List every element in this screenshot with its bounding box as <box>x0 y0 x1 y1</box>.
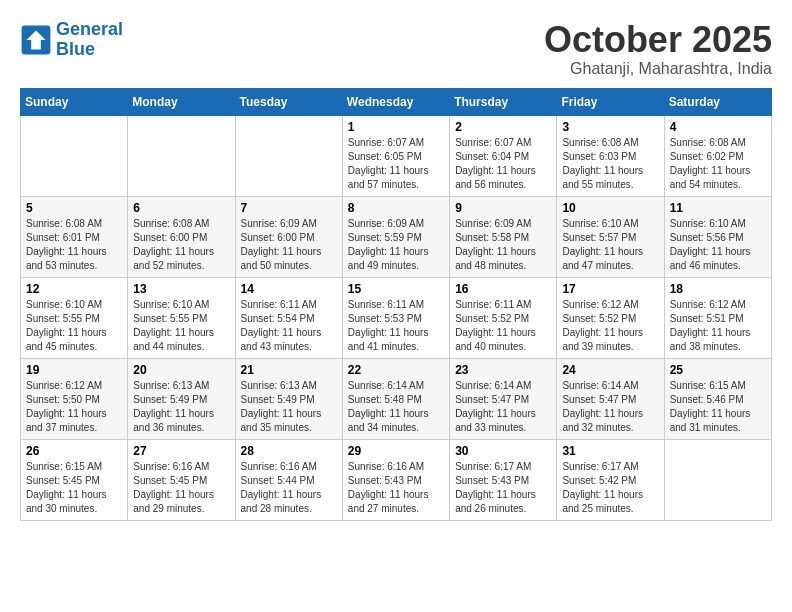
day-number: 18 <box>670 282 766 296</box>
day-number: 31 <box>562 444 658 458</box>
calendar-cell <box>664 439 771 520</box>
weekday-header-sunday: Sunday <box>21 88 128 115</box>
day-info: Sunrise: 6:07 AM Sunset: 6:04 PM Dayligh… <box>455 136 551 192</box>
calendar-week-row: 19Sunrise: 6:12 AM Sunset: 5:50 PM Dayli… <box>21 358 772 439</box>
day-info: Sunrise: 6:15 AM Sunset: 5:45 PM Dayligh… <box>26 460 122 516</box>
calendar-cell: 23Sunrise: 6:14 AM Sunset: 5:47 PM Dayli… <box>450 358 557 439</box>
day-number: 6 <box>133 201 229 215</box>
calendar-table: SundayMondayTuesdayWednesdayThursdayFrid… <box>20 88 772 521</box>
day-info: Sunrise: 6:08 AM Sunset: 6:00 PM Dayligh… <box>133 217 229 273</box>
calendar-cell: 25Sunrise: 6:15 AM Sunset: 5:46 PM Dayli… <box>664 358 771 439</box>
calendar-cell: 10Sunrise: 6:10 AM Sunset: 5:57 PM Dayli… <box>557 196 664 277</box>
calendar-cell: 30Sunrise: 6:17 AM Sunset: 5:43 PM Dayli… <box>450 439 557 520</box>
calendar-cell: 2Sunrise: 6:07 AM Sunset: 6:04 PM Daylig… <box>450 115 557 196</box>
calendar-cell: 5Sunrise: 6:08 AM Sunset: 6:01 PM Daylig… <box>21 196 128 277</box>
calendar-cell: 9Sunrise: 6:09 AM Sunset: 5:58 PM Daylig… <box>450 196 557 277</box>
day-number: 23 <box>455 363 551 377</box>
day-info: Sunrise: 6:09 AM Sunset: 6:00 PM Dayligh… <box>241 217 337 273</box>
day-info: Sunrise: 6:14 AM Sunset: 5:47 PM Dayligh… <box>562 379 658 435</box>
calendar-week-row: 5Sunrise: 6:08 AM Sunset: 6:01 PM Daylig… <box>21 196 772 277</box>
calendar-cell <box>235 115 342 196</box>
calendar-cell: 21Sunrise: 6:13 AM Sunset: 5:49 PM Dayli… <box>235 358 342 439</box>
weekday-header-saturday: Saturday <box>664 88 771 115</box>
day-number: 7 <box>241 201 337 215</box>
day-info: Sunrise: 6:14 AM Sunset: 5:48 PM Dayligh… <box>348 379 444 435</box>
calendar-cell <box>128 115 235 196</box>
day-number: 19 <box>26 363 122 377</box>
day-number: 20 <box>133 363 229 377</box>
day-number: 15 <box>348 282 444 296</box>
day-number: 11 <box>670 201 766 215</box>
day-info: Sunrise: 6:13 AM Sunset: 5:49 PM Dayligh… <box>241 379 337 435</box>
calendar-cell: 18Sunrise: 6:12 AM Sunset: 5:51 PM Dayli… <box>664 277 771 358</box>
weekday-header-friday: Friday <box>557 88 664 115</box>
day-info: Sunrise: 6:12 AM Sunset: 5:52 PM Dayligh… <box>562 298 658 354</box>
page-header: General Blue October 2025 Ghatanji, Maha… <box>20 20 772 78</box>
calendar-cell: 3Sunrise: 6:08 AM Sunset: 6:03 PM Daylig… <box>557 115 664 196</box>
calendar-cell: 27Sunrise: 6:16 AM Sunset: 5:45 PM Dayli… <box>128 439 235 520</box>
weekday-header-tuesday: Tuesday <box>235 88 342 115</box>
calendar-cell: 28Sunrise: 6:16 AM Sunset: 5:44 PM Dayli… <box>235 439 342 520</box>
day-number: 5 <box>26 201 122 215</box>
day-number: 2 <box>455 120 551 134</box>
calendar-cell: 8Sunrise: 6:09 AM Sunset: 5:59 PM Daylig… <box>342 196 449 277</box>
day-number: 1 <box>348 120 444 134</box>
day-info: Sunrise: 6:16 AM Sunset: 5:43 PM Dayligh… <box>348 460 444 516</box>
calendar-cell: 14Sunrise: 6:11 AM Sunset: 5:54 PM Dayli… <box>235 277 342 358</box>
day-info: Sunrise: 6:15 AM Sunset: 5:46 PM Dayligh… <box>670 379 766 435</box>
day-number: 13 <box>133 282 229 296</box>
day-info: Sunrise: 6:12 AM Sunset: 5:51 PM Dayligh… <box>670 298 766 354</box>
calendar-cell: 13Sunrise: 6:10 AM Sunset: 5:55 PM Dayli… <box>128 277 235 358</box>
day-number: 29 <box>348 444 444 458</box>
day-number: 21 <box>241 363 337 377</box>
day-number: 16 <box>455 282 551 296</box>
day-info: Sunrise: 6:11 AM Sunset: 5:54 PM Dayligh… <box>241 298 337 354</box>
day-number: 8 <box>348 201 444 215</box>
day-number: 4 <box>670 120 766 134</box>
day-info: Sunrise: 6:17 AM Sunset: 5:43 PM Dayligh… <box>455 460 551 516</box>
calendar-cell: 11Sunrise: 6:10 AM Sunset: 5:56 PM Dayli… <box>664 196 771 277</box>
day-number: 3 <box>562 120 658 134</box>
calendar-cell: 12Sunrise: 6:10 AM Sunset: 5:55 PM Dayli… <box>21 277 128 358</box>
day-info: Sunrise: 6:10 AM Sunset: 5:56 PM Dayligh… <box>670 217 766 273</box>
day-number: 12 <box>26 282 122 296</box>
day-info: Sunrise: 6:08 AM Sunset: 6:02 PM Dayligh… <box>670 136 766 192</box>
location-title: Ghatanji, Maharashtra, India <box>544 60 772 78</box>
calendar-cell: 16Sunrise: 6:11 AM Sunset: 5:52 PM Dayli… <box>450 277 557 358</box>
calendar-cell: 4Sunrise: 6:08 AM Sunset: 6:02 PM Daylig… <box>664 115 771 196</box>
day-number: 10 <box>562 201 658 215</box>
day-number: 26 <box>26 444 122 458</box>
day-info: Sunrise: 6:11 AM Sunset: 5:53 PM Dayligh… <box>348 298 444 354</box>
day-info: Sunrise: 6:13 AM Sunset: 5:49 PM Dayligh… <box>133 379 229 435</box>
title-block: October 2025 Ghatanji, Maharashtra, Indi… <box>544 20 772 78</box>
calendar-week-row: 26Sunrise: 6:15 AM Sunset: 5:45 PM Dayli… <box>21 439 772 520</box>
day-info: Sunrise: 6:16 AM Sunset: 5:45 PM Dayligh… <box>133 460 229 516</box>
weekday-header-monday: Monday <box>128 88 235 115</box>
calendar-week-row: 12Sunrise: 6:10 AM Sunset: 5:55 PM Dayli… <box>21 277 772 358</box>
calendar-cell: 22Sunrise: 6:14 AM Sunset: 5:48 PM Dayli… <box>342 358 449 439</box>
logo-line1: General <box>56 19 123 39</box>
calendar-cell: 31Sunrise: 6:17 AM Sunset: 5:42 PM Dayli… <box>557 439 664 520</box>
calendar-header-row: SundayMondayTuesdayWednesdayThursdayFrid… <box>21 88 772 115</box>
calendar-cell: 6Sunrise: 6:08 AM Sunset: 6:00 PM Daylig… <box>128 196 235 277</box>
day-info: Sunrise: 6:10 AM Sunset: 5:57 PM Dayligh… <box>562 217 658 273</box>
calendar-cell: 1Sunrise: 6:07 AM Sunset: 6:05 PM Daylig… <box>342 115 449 196</box>
calendar-cell: 24Sunrise: 6:14 AM Sunset: 5:47 PM Dayli… <box>557 358 664 439</box>
day-number: 25 <box>670 363 766 377</box>
day-info: Sunrise: 6:08 AM Sunset: 6:01 PM Dayligh… <box>26 217 122 273</box>
month-title: October 2025 <box>544 20 772 60</box>
calendar-cell <box>21 115 128 196</box>
day-number: 14 <box>241 282 337 296</box>
day-number: 9 <box>455 201 551 215</box>
day-number: 30 <box>455 444 551 458</box>
calendar-cell: 29Sunrise: 6:16 AM Sunset: 5:43 PM Dayli… <box>342 439 449 520</box>
day-number: 22 <box>348 363 444 377</box>
day-info: Sunrise: 6:10 AM Sunset: 5:55 PM Dayligh… <box>133 298 229 354</box>
day-number: 28 <box>241 444 337 458</box>
calendar-week-row: 1Sunrise: 6:07 AM Sunset: 6:05 PM Daylig… <box>21 115 772 196</box>
day-info: Sunrise: 6:14 AM Sunset: 5:47 PM Dayligh… <box>455 379 551 435</box>
calendar-cell: 15Sunrise: 6:11 AM Sunset: 5:53 PM Dayli… <box>342 277 449 358</box>
day-number: 27 <box>133 444 229 458</box>
calendar-cell: 7Sunrise: 6:09 AM Sunset: 6:00 PM Daylig… <box>235 196 342 277</box>
calendar-cell: 20Sunrise: 6:13 AM Sunset: 5:49 PM Dayli… <box>128 358 235 439</box>
